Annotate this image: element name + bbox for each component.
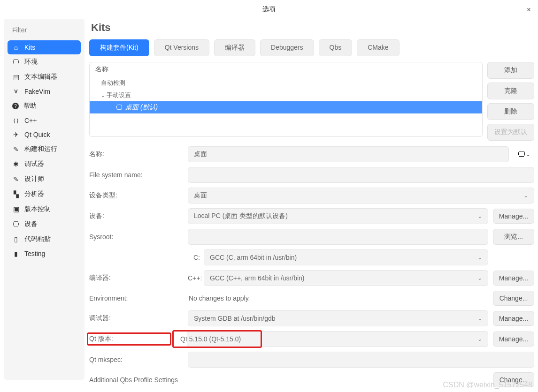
sidebar-item-label: 构建和运行	[24, 145, 57, 153]
bug-icon: ✱	[12, 160, 20, 168]
page-title: Kits	[89, 22, 534, 34]
kit-group-label: 手动设置	[107, 91, 131, 99]
sysroot-browse-button[interactable]: 浏览...	[493, 229, 534, 245]
kit-list[interactable]: 名称 自动检测 ⌄手动设置 🖵桌面 (默认)	[89, 62, 483, 137]
c-compiler-select[interactable]: GCC (C, arm 64bit in /usr/bin)⌄	[204, 249, 488, 265]
sidebar-item-label: Qt Quick	[24, 131, 50, 138]
row-debugger: 调试器: System GDB at /usr/bin/gdb⌄ Manage.…	[89, 310, 534, 326]
sidebar-item-devices[interactable]: 🖵设备	[8, 217, 81, 232]
chevron-down-icon: ⌄	[526, 152, 530, 157]
sidebar-item-label: 文本编辑器	[24, 73, 57, 81]
tab-cmake[interactable]: CMake	[357, 39, 399, 56]
sidebar-item-cpp[interactable]: { }C++	[8, 113, 81, 128]
qtversion-value-highlighted: Qt 5.15.0 (Qt-5.15.0)	[172, 330, 262, 348]
sidebar-item-debugger[interactable]: ✱调试器	[8, 157, 81, 172]
sysroot-input[interactable]	[188, 229, 488, 245]
close-icon[interactable]: ×	[527, 6, 531, 14]
debugger-manage-button[interactable]: Manage...	[493, 311, 534, 326]
sidebar-item-build[interactable]: ✎构建和运行	[8, 142, 81, 157]
sidebar-item-label: Testing	[24, 250, 45, 257]
environment-value: No changes to apply.	[188, 294, 488, 302]
tab-debuggers[interactable]: Debuggers	[260, 39, 314, 56]
filter-input[interactable]	[8, 23, 81, 38]
sidebar-item-qtquick[interactable]: ✈Qt Quick	[8, 128, 81, 142]
device-label: 设备:	[89, 212, 183, 220]
sidebar-item-testing[interactable]: ▮Testing	[8, 247, 81, 261]
setdefault-button[interactable]: 设置为默认	[487, 124, 534, 141]
tab-kits[interactable]: 构建套件(Kit)	[89, 39, 149, 56]
compiler-label: 编译器:	[89, 274, 183, 282]
devicetype-select[interactable]: 桌面⌄	[188, 188, 534, 204]
device-icon-selector[interactable]: 🖵⌄	[514, 146, 534, 162]
vcs-icon: ▣	[12, 205, 20, 213]
kit-row-desktop[interactable]: 🖵桌面 (默认)	[90, 101, 482, 113]
plane-icon: ✈	[12, 131, 20, 138]
fsname-input[interactable]	[188, 167, 534, 183]
device-select[interactable]: Local PC (桌面 类型的默认设备)⌄	[188, 208, 488, 224]
clone-button[interactable]: 克隆	[487, 83, 534, 99]
row-name: 名称: 桌面 🖵⌄	[89, 146, 534, 162]
mkspec-input[interactable]	[188, 352, 534, 368]
environment-label: Environment:	[89, 294, 183, 302]
sidebar-item-designer[interactable]: ✎设计师	[8, 172, 81, 187]
sidebar-item-paste[interactable]: ▯代码粘贴	[8, 232, 81, 247]
chevron-down-icon: ⌄	[101, 93, 105, 98]
cpp-compiler-select[interactable]: GCC (C++, arm 64bit in /usr/bin)⌄	[204, 270, 488, 286]
name-input[interactable]: 桌面	[188, 146, 509, 162]
sidebar-item-label: 分析器	[24, 190, 44, 198]
sidebar-item-environment[interactable]: 🖵环境	[8, 54, 81, 69]
kit-group-auto[interactable]: 自动检测	[90, 77, 482, 89]
device-manage-button[interactable]: Manage...	[493, 209, 534, 224]
tab-qtversions[interactable]: Qt Versions	[154, 39, 209, 56]
sidebar-item-analyzer[interactable]: ▚分析器	[8, 187, 81, 202]
monitor-icon: 🖵	[116, 104, 123, 111]
compiler-manage-button[interactable]: Manage...	[493, 271, 534, 286]
fsname-label: File system name:	[89, 171, 183, 179]
sidebar-item-texteditor[interactable]: ▤文本编辑器	[8, 69, 81, 84]
device-icon: 🖵	[12, 220, 20, 228]
sidebar-item-vcs[interactable]: ▣版本控制	[8, 202, 81, 217]
chevron-down-icon: ⌄	[477, 254, 482, 261]
environment-change-button[interactable]: Change...	[493, 291, 534, 306]
name-label: 名称:	[89, 150, 183, 158]
chevron-down-icon: ⌄	[477, 336, 482, 342]
window-title: 选项	[262, 5, 276, 14]
tab-compilers[interactable]: 编译器	[214, 39, 255, 56]
tab-row: 构建套件(Kit) Qt Versions 编译器 Debuggers Qbs …	[89, 39, 534, 56]
pencil-icon: ✎	[12, 175, 20, 183]
sidebar-item-help[interactable]: ?帮助	[8, 98, 81, 113]
sidebar-item-label: 调试器	[24, 160, 44, 168]
tab-qbs[interactable]: Qbs	[319, 39, 353, 56]
kit-buttons: 添加 克隆 删除 设置为默认	[487, 62, 534, 141]
watermark: CSDN @weixin_51572548	[443, 381, 532, 389]
chart-icon: ▚	[12, 190, 20, 198]
sidebar-item-label: Kits	[24, 44, 35, 51]
kit-name: 桌面 (默认)	[125, 103, 158, 112]
cpp-label: C++:	[188, 274, 200, 282]
kit-group-manual[interactable]: ⌄手动设置	[90, 89, 482, 101]
sidebar-item-kits[interactable]: ⌂Kits	[8, 40, 81, 54]
row-compiler-c: C: GCC (C, arm 64bit in /usr/bin)⌄ .	[89, 249, 534, 265]
sidebar-item-fakevim[interactable]: VFakeVim	[8, 84, 81, 98]
chevron-down-icon: ⌄	[523, 192, 528, 199]
row-sysroot: Sysroot: 浏览...	[89, 229, 534, 245]
chevron-down-icon: ⌄	[477, 213, 482, 219]
debugger-select[interactable]: System GDB at /usr/bin/gdb⌄	[188, 310, 488, 326]
test-icon: ▮	[12, 250, 20, 257]
vim-icon: V	[12, 88, 20, 95]
sidebar-item-label: FakeVim	[24, 88, 50, 95]
chevron-down-icon: ⌄	[477, 315, 482, 322]
row-compiler-cpp: 编译器: C++: GCC (C++, arm 64bit in /usr/bi…	[89, 270, 534, 286]
kit-list-header: 名称	[90, 62, 482, 77]
kit-area: 名称 自动检测 ⌄手动设置 🖵桌面 (默认) 添加 克隆 删除 设置为默认	[89, 62, 534, 141]
qbs-label: Additional Qbs Profile Settings	[89, 376, 488, 384]
qtversion-manage-button[interactable]: Manage...	[493, 332, 534, 347]
c-label: C:	[188, 254, 200, 261]
add-button[interactable]: 添加	[487, 62, 534, 79]
row-fsname: File system name:	[89, 167, 534, 183]
row-mkspec: Qt mkspec:	[89, 352, 534, 368]
braces-icon: { }	[12, 117, 20, 124]
sysroot-label: Sysroot:	[89, 233, 183, 241]
remove-button[interactable]: 删除	[487, 103, 534, 120]
sidebar-item-label: 版本控制	[24, 205, 51, 213]
